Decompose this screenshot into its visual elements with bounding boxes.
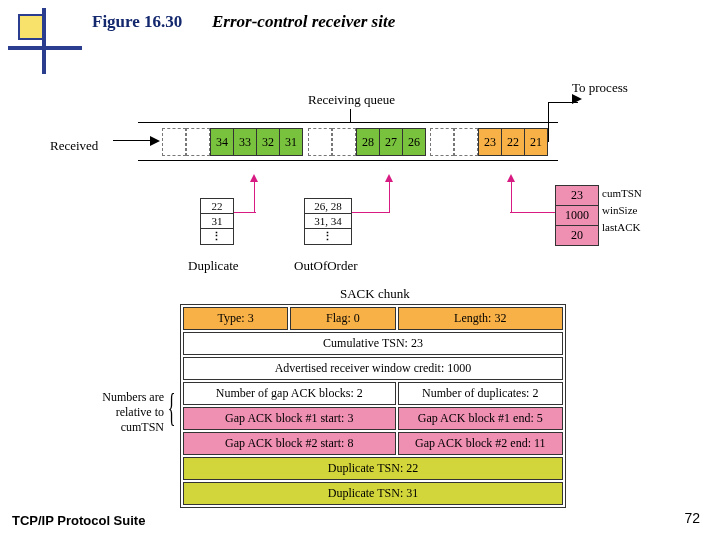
queue-cell: 21 — [524, 128, 548, 156]
queue-cell: 26 — [402, 128, 426, 156]
queue-bottom-line — [138, 160, 558, 161]
sack-d2: Duplicate TSN: 31 — [183, 482, 563, 505]
sack-g1-r: Gap ACK block #1 end: 5 — [398, 407, 563, 430]
state-box: 23 1000 20 — [555, 185, 599, 246]
sack-gaps-r: Number of duplicates: 2 — [398, 382, 563, 405]
queue-cell: 31 — [279, 128, 303, 156]
queue-cell: 32 — [256, 128, 280, 156]
page-number: 72 — [684, 510, 700, 526]
last-ack-val: 20 — [556, 226, 598, 245]
sack-flag: Flag: 0 — [290, 307, 395, 330]
received-label: Received — [50, 138, 98, 154]
footer-left: TCP/IP Protocol Suite — [12, 513, 145, 528]
queue-cell: 22 — [501, 128, 525, 156]
sack-chunk-table: Type: 3 Flag: 0 Length: 32 Cumulative TS… — [180, 304, 566, 508]
ooo-label: OutOfOrder — [294, 258, 358, 274]
dash-cell — [454, 128, 478, 156]
relative-note: Numbers are relative to cumTSN — [84, 390, 164, 435]
in-arrow-head — [150, 136, 160, 146]
queue-cell: 23 — [478, 128, 502, 156]
sack-gaps-l: Number of gap ACK blocks: 2 — [183, 382, 396, 405]
out-arrow-v — [548, 102, 549, 142]
duplicate-label: Duplicate — [188, 258, 239, 274]
dup-val: 31 — [201, 214, 233, 229]
win-size-val: 1000 — [556, 206, 598, 226]
sack-g1-l: Gap ACK block #1 start: 3 — [183, 407, 396, 430]
ooo-val: 26, 28 — [305, 199, 351, 214]
sack-g2-l: Gap ACK block #2 start: 8 — [183, 432, 396, 455]
figure-title: Error-control receiver site — [212, 12, 395, 32]
ooo-val: 31, 34 — [305, 214, 351, 229]
sack-g2-r: Gap ACK block #2 end: 11 — [398, 432, 563, 455]
queue-cell: 27 — [379, 128, 403, 156]
dup-vline — [254, 180, 255, 212]
cum-tsn-label: cumTSN — [602, 187, 642, 199]
queue-cell: 34 — [210, 128, 234, 156]
sack-cum: Cumulative TSN: 23 — [183, 332, 563, 355]
sack-win: Advertised receiver window credit: 1000 — [183, 357, 563, 380]
ooo-stack: 26, 28 31, 34 ⋮ — [304, 198, 352, 245]
v-rule — [42, 8, 46, 74]
state-vline — [511, 180, 512, 212]
in-arrow-line — [113, 140, 153, 141]
recv-queue-label: Receiving queue — [308, 92, 395, 108]
queue-cell: 28 — [356, 128, 380, 156]
sack-title: SACK chunk — [340, 286, 410, 302]
dots-icon: ⋮ — [305, 229, 351, 244]
diagram: Received Receiving queue To process 34 3… — [50, 60, 670, 470]
dash-cell — [186, 128, 210, 156]
recvq-pointer — [350, 109, 351, 122]
duplicate-stack: 22 31 ⋮ — [200, 198, 234, 245]
dots-icon: ⋮ — [201, 229, 233, 244]
queue-cell: 33 — [233, 128, 257, 156]
cum-tsn-val: 23 — [556, 186, 598, 206]
dash-cell — [308, 128, 332, 156]
dash-cell — [332, 128, 356, 156]
state-line — [510, 212, 560, 213]
dup-val: 22 — [201, 199, 233, 214]
last-ack-label: lastACK — [602, 221, 641, 233]
brace-icon: { — [168, 384, 176, 431]
out-arrow-head — [572, 94, 582, 104]
figure-label: Figure 16.30 — [92, 12, 182, 32]
dash-cell — [162, 128, 186, 156]
sack-type: Type: 3 — [183, 307, 288, 330]
sack-len: Length: 32 — [398, 307, 563, 330]
sack-d1: Duplicate TSN: 22 — [183, 457, 563, 480]
ooo-vline — [389, 180, 390, 212]
dash-cell — [430, 128, 454, 156]
queue-top-line — [138, 122, 558, 123]
slide-bullet — [18, 14, 44, 40]
win-size-label: winSize — [602, 204, 637, 216]
